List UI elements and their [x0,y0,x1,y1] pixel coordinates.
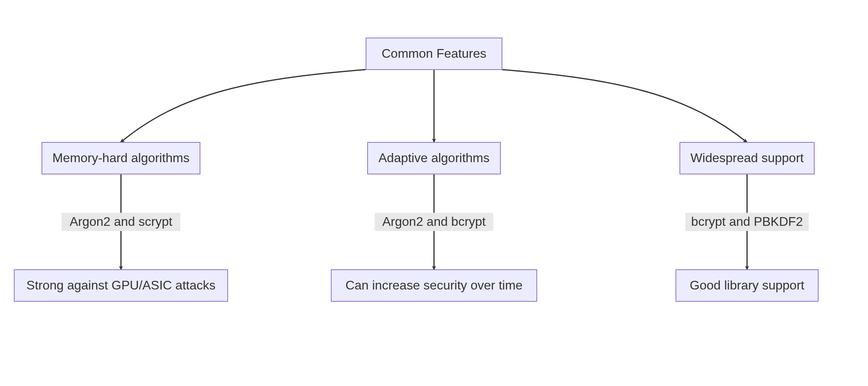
node-security-over-time: Can increase security over time [331,270,537,301]
svg-text:Strong against GPU/ASIC attack: Strong against GPU/ASIC attacks [26,278,215,292]
svg-text:Common Features: Common Features [382,46,487,61]
svg-text:Can increase security over tim: Can increase security over time [345,278,523,292]
node-common-features: Common Features [366,38,502,70]
node-library-support: Good library support [676,270,818,301]
node-memory-hard: Memory-hard algorithms [42,142,200,174]
svg-text:bcrypt and PBKDF2: bcrypt and PBKDF2 [691,214,803,229]
edge-label-memory: Argon2 and scrypt [62,213,180,231]
svg-text:Memory-hard algorithms: Memory-hard algorithms [53,151,190,165]
svg-text:Widespread support: Widespread support [691,151,804,165]
edge-label-adaptive: Argon2 and bcrypt [375,213,493,231]
edge-root-widespread [502,70,747,142]
svg-text:Adaptive algorithms: Adaptive algorithms [378,151,489,165]
edge-label-widespread: bcrypt and PBKDF2 [685,213,809,231]
svg-text:Argon2 and scrypt: Argon2 and scrypt [70,214,172,229]
node-widespread: Widespread support [680,142,814,174]
node-gpu-asic: Strong against GPU/ASIC attacks [14,270,228,301]
svg-text:Argon2 and bcrypt: Argon2 and bcrypt [382,214,486,229]
diagram-svg: Argon2 and scrypt Argon2 and bcrypt bcry… [0,0,868,386]
node-adaptive: Adaptive algorithms [368,142,500,174]
svg-text:Good library support: Good library support [690,278,804,292]
edge-root-memory [121,70,366,142]
